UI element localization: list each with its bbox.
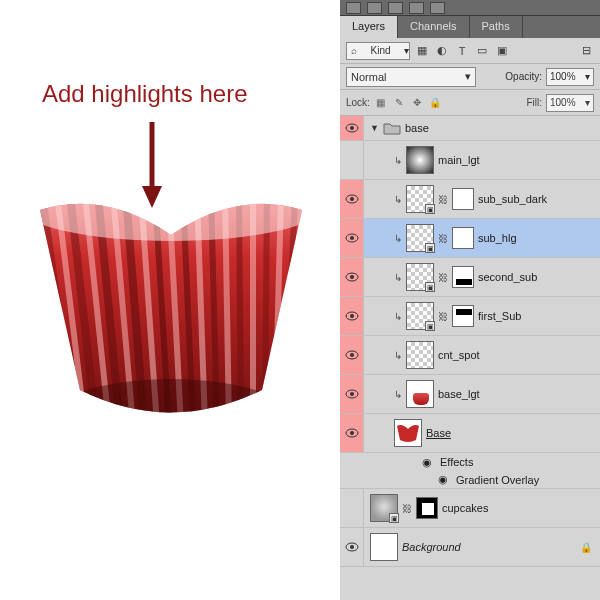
tab-paths[interactable]: Paths [470, 16, 523, 38]
svg-point-16 [350, 353, 354, 357]
filter-adjust-icon[interactable]: ◐ [434, 43, 450, 59]
visibility-toggle[interactable] [340, 116, 364, 140]
layer-effects-header[interactable]: ◉ Effects [340, 453, 600, 471]
mask-link-icon[interactable]: ⛓ [438, 311, 448, 322]
blend-mode-select[interactable]: Normal ▾ [346, 67, 476, 87]
lock-icon: 🔒 [580, 542, 592, 553]
layer-background[interactable]: Background 🔒 [340, 528, 600, 567]
clip-indicator-icon: ↳ [394, 155, 402, 166]
fill-input[interactable]: 100% ▾ [546, 94, 594, 112]
canvas-area: Add highlights here [0, 0, 340, 600]
folder-icon [383, 121, 401, 135]
fill-label: Fill: [526, 97, 542, 108]
mask-link-icon[interactable]: ⛓ [438, 272, 448, 283]
layer-name: cnt_spot [438, 349, 480, 361]
opacity-input[interactable]: 100% ▾ [546, 68, 594, 86]
layer-thumbnail[interactable] [370, 533, 398, 561]
layer-thumbnail[interactable]: ▣ [406, 224, 434, 252]
clip-indicator-icon: ↳ [394, 233, 402, 244]
layer-thumbnail[interactable] [394, 419, 422, 447]
layer-thumbnail[interactable]: ▣ [406, 263, 434, 291]
layer-second-sub[interactable]: ↳ ▣ ⛓ second_sub [340, 258, 600, 297]
eye-icon[interactable]: ◉ [436, 473, 450, 486]
visibility-toggle[interactable] [340, 528, 364, 566]
tab-layers[interactable]: Layers [340, 16, 398, 38]
mask-link-icon[interactable]: ⛓ [438, 194, 448, 205]
layer-mask-thumbnail[interactable] [452, 305, 474, 327]
smart-object-badge-icon: ▣ [425, 282, 435, 292]
layer-name: Base [426, 427, 451, 439]
blend-opacity-row: Normal ▾ Opacity: 100% ▾ [340, 64, 600, 90]
layer-cnt-spot[interactable]: ↳ cnt_spot [340, 336, 600, 375]
layer-thumbnail[interactable] [406, 146, 434, 174]
visibility-toggle[interactable] [340, 180, 364, 218]
tab-channels[interactable]: Channels [398, 16, 469, 38]
layer-first-sub[interactable]: ↳ ▣ ⛓ first_Sub [340, 297, 600, 336]
smart-object-badge-icon: ▣ [389, 513, 399, 523]
layer-thumbnail[interactable]: ▣ [370, 494, 398, 522]
visibility-toggle[interactable] [340, 489, 364, 527]
chevron-down-icon: ▾ [585, 71, 590, 82]
group-base[interactable]: ▼ base [340, 116, 600, 141]
filter-shape-icon[interactable]: ▭ [474, 43, 490, 59]
mask-link-icon[interactable]: ⛓ [402, 503, 412, 514]
filter-toggle-switch[interactable]: ⊟ [578, 43, 594, 59]
panel-tabs: Layers Channels Paths [340, 16, 600, 38]
layer-effect-gradient-overlay[interactable]: ◉ Gradient Overlay [340, 471, 600, 489]
filter-kind-select[interactable]: ⌕ Kind ▾ [346, 42, 410, 60]
layer-mask-thumbnail[interactable] [452, 188, 474, 210]
swatch-1[interactable] [346, 2, 361, 14]
layer-thumbnail[interactable]: ▣ [406, 302, 434, 330]
layer-name: sub_hlg [478, 232, 517, 244]
eye-icon [345, 272, 359, 282]
clip-indicator-icon: ↳ [394, 272, 402, 283]
clip-indicator-icon: ↳ [394, 311, 402, 322]
visibility-toggle[interactable] [340, 258, 364, 296]
eye-icon [345, 428, 359, 438]
layer-base-shape[interactable]: Base [340, 414, 600, 453]
smart-object-badge-icon: ▣ [425, 321, 435, 331]
visibility-toggle[interactable] [340, 297, 364, 335]
layer-sub-sub-dark[interactable]: ↳ ▣ ⛓ sub_sub_dark [340, 180, 600, 219]
layer-mask-thumbnail[interactable] [452, 227, 474, 249]
svg-point-20 [350, 431, 354, 435]
disclosure-triangle-icon[interactable]: ▼ [370, 123, 379, 133]
filter-pixel-icon[interactable]: ▦ [414, 43, 430, 59]
filter-smart-icon[interactable]: ▣ [494, 43, 510, 59]
lock-position-icon[interactable]: ✥ [410, 96, 424, 110]
eye-icon [345, 233, 359, 243]
visibility-toggle[interactable] [340, 414, 364, 452]
layer-name: sub_sub_dark [478, 193, 547, 205]
swatch-4[interactable] [409, 2, 424, 14]
annotation-text: Add highlights here [42, 80, 247, 108]
smart-object-badge-icon: ▣ [425, 204, 435, 214]
visibility-toggle[interactable] [340, 375, 364, 413]
eye-icon[interactable]: ◉ [420, 456, 434, 469]
layer-mask-thumbnail[interactable] [416, 497, 438, 519]
mask-link-icon[interactable]: ⛓ [438, 233, 448, 244]
layer-thumbnail[interactable] [406, 380, 434, 408]
visibility-toggle[interactable] [340, 336, 364, 374]
layer-mask-thumbnail[interactable] [452, 266, 474, 288]
layer-main-lgt[interactable]: ↳ main_lgt [340, 141, 600, 180]
swatch-5[interactable] [430, 2, 445, 14]
group-name: base [405, 122, 429, 134]
swatch-2[interactable] [367, 2, 382, 14]
layer-cupcakes[interactable]: ▣ ⛓ cupcakes [340, 489, 600, 528]
visibility-toggle[interactable] [340, 141, 364, 179]
layer-base-lgt[interactable]: ↳ base_lgt [340, 375, 600, 414]
fill-value: 100% [550, 97, 576, 108]
layer-thumbnail[interactable]: ▣ [406, 185, 434, 213]
layer-sub-hlg[interactable]: ↳ ▣ ⛓ sub_hlg [340, 219, 600, 258]
filter-type-icon[interactable]: T [454, 43, 470, 59]
swatch-3[interactable] [388, 2, 403, 14]
layer-thumbnail[interactable] [406, 341, 434, 369]
eye-icon [345, 389, 359, 399]
lock-transparency-icon[interactable]: ▦ [374, 96, 388, 110]
visibility-toggle[interactable] [340, 219, 364, 257]
opacity-value: 100% [550, 71, 576, 82]
eye-icon [345, 350, 359, 360]
layer-name: base_lgt [438, 388, 480, 400]
lock-image-icon[interactable]: ✎ [392, 96, 406, 110]
lock-all-icon[interactable]: 🔒 [428, 96, 442, 110]
